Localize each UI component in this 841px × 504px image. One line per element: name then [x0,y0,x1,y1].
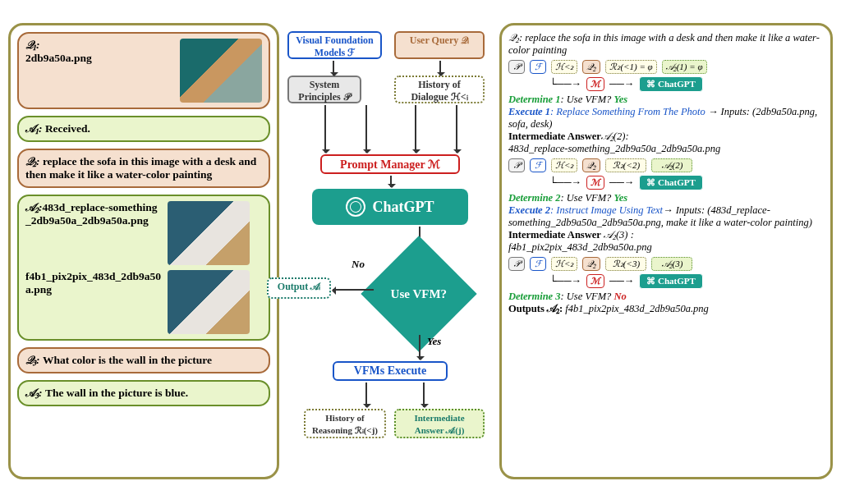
a1-bubble: 𝒜₁: Received. [17,116,270,142]
history-reasoning-box: History of Reasoning ℛᵢ(<j) [304,409,386,438]
a2-bubble: 𝒜₂:483d_replace-something_2db9a50a_2db9a… [17,195,270,341]
outputs-line: Outputs 𝒜₂: f4b1_pix2pix_483d_2db9a50a.p… [508,303,824,315]
a3-label: 𝒜₃: [25,387,43,399]
a1-label: 𝒜₁: [25,122,43,135]
mini-Q: 𝒬₂ [582,60,600,74]
mini-R3: ℛ₂(<3) [605,257,646,271]
a3-bubble: 𝒜₃: The wall in the picture is blue. [17,380,270,406]
int-answer-1: Intermediate Answer𝒜₂(2): [508,131,824,143]
mini-P: 𝒫 [508,60,525,74]
mini-R1: ℛ₂(<1) = φ [605,60,656,74]
center-flow: Visual Foundation Models ℱ User Query 𝒬ᵢ… [287,25,493,484]
mini-chatgpt-1: ⌘ ChatGPT [639,76,703,92]
q1-label: 𝒬₁: [25,39,40,51]
system-principles-box: System Principles 𝒫 [287,76,361,103]
right-q2: 𝒬₂: replace the sofa in this image with … [508,32,824,57]
intermediate-answer-box: Intermediate Answer 𝒜ᵢ(j) [394,409,485,438]
q2-text: replace the sofa in this image with a de… [25,155,256,181]
q1-text: 2db9a50a.png [25,52,92,64]
mini-H: ℋ<₂ [551,60,577,74]
prompt-manager-box: Prompt Manager ℳ [320,154,460,174]
q3-text: What color is the wall in the picture [43,354,212,366]
q1-bubble: 𝒬₁: 2db9a50a.png [17,32,270,109]
q2-bubble: 𝒬₂: replace the sofa in this image with … [17,149,270,188]
mini-chatgpt-2: ⌘ ChatGPT [639,175,703,190]
mini-A3: 𝒜₂(3) [651,257,692,271]
execute-2: Execute 2: Instruct Image Using Text→ In… [508,204,824,229]
trace-row-2: 𝒫 ℱ ℋ<₂ 𝒬₂ ℛ₂(<2) 𝒜₂(2) [508,158,824,172]
determine-3: Determine 3: Use VFM? No [508,291,824,303]
trace-row-1: 𝒫 ℱ ℋ<₂ 𝒬₂ ℛ₂(<1) = φ 𝒜₂(1) = φ [508,60,824,74]
user-query-box: User Query 𝒬ᵢ [394,31,485,59]
a2-file1: 483d_replace-something_2db9a50a_2db9a50a… [25,201,158,227]
left-dialogue-panel: 𝒬₁: 2db9a50a.png 𝒜₁: Received. 𝒬₂: repla… [8,23,279,479]
mini-A1: 𝒜₂(1) = φ [662,60,707,74]
chatgpt-logo-icon [346,197,365,217]
determine-2: Determine 2: Use VFM? Yes [508,192,824,204]
a3-text: The wall in the picture is blue. [45,387,188,399]
chatgpt-label: ChatGPT [372,199,434,216]
trace-row-3: 𝒫 ℱ ℋ<₂ 𝒬₂ ℛ₂(<3) 𝒜₂(3) [508,257,824,271]
chatgpt-box: ChatGPT [312,189,468,225]
vfm-models-box: Visual Foundation Models ℱ [287,31,382,59]
output-box: Output 𝒜ᵢ [267,277,331,299]
q3-bubble: 𝒬₃: What color is the wall in the pictur… [17,347,270,373]
trace-conn-2: └──→ ℳ ──→ ⌘ ChatGPT [549,175,824,190]
right-trace-panel: 𝒬₂: replace the sofa in this image with … [499,23,833,479]
no-label: No [352,258,365,271]
a2-file2: f4b1_pix2pix_483d_2db9a50a.png [25,270,161,296]
int-answer-2: Intermediate Answer 𝒜₂(3) : [508,229,824,241]
q2-label: 𝒬₂: [25,155,40,167]
yes-label: Yes [427,335,441,348]
mini-chatgpt-3: ⌘ ChatGPT [639,273,703,289]
q1-thumb [180,39,262,103]
a1-text: Received. [45,122,90,135]
execute-1: Execute 1: Replace Something From The Ph… [508,106,824,131]
mini-A2: 𝒜₂(2) [651,158,692,172]
trace-conn-1: └──→ ℳ ──→ ⌘ ChatGPT [549,76,824,92]
mini-M: ℳ [586,77,604,91]
mini-R2: ℛ₂(<2) [605,158,646,172]
mini-F: ℱ [530,60,546,74]
vfms-execute-box: VFMs Execute [333,361,448,381]
determine-1: Determine 1: Use VFM? Yes [508,94,824,106]
int-answer-2-val: f4b1_pix2pix_483d_2db9a50a.png [508,241,824,254]
a2-thumb2 [168,270,250,334]
int-answer-1-val: 483d_replace-something_2db9a50a_2db9a50a… [508,143,824,155]
trace-conn-3: └──→ ℳ ──→ ⌘ ChatGPT [549,273,824,289]
q3-label: 𝒬₃: [25,354,40,366]
a2-thumb1 [168,201,250,265]
a2-label: 𝒜₂: [25,201,43,213]
